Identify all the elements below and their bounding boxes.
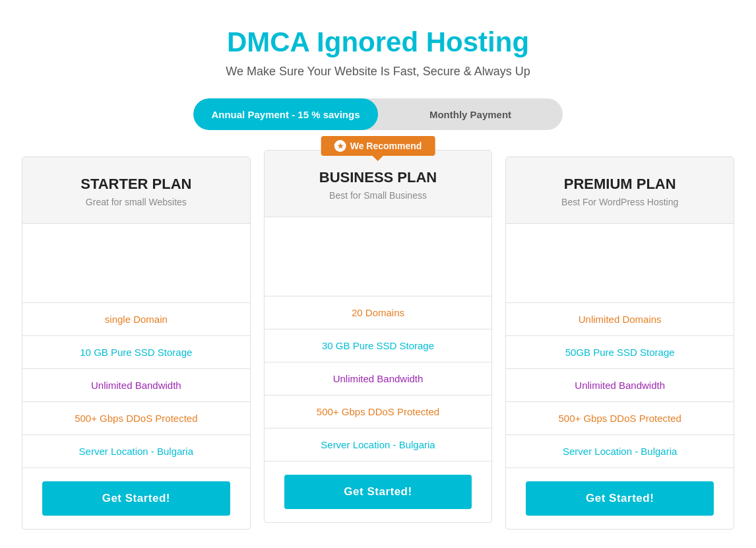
page-subtitle: We Make Sure Your Website Is Fast, Secur…: [226, 65, 530, 79]
premium-plan-tagline: Best For WordPress Hosting: [519, 197, 720, 207]
starter-plan-card: STARTER PLAN Great for small Websites si…: [22, 156, 251, 530]
starter-domain: single Domain: [22, 303, 250, 336]
monthly-payment-button[interactable]: Monthly Payment: [378, 98, 563, 130]
starter-plan-header: STARTER PLAN Great for small Websites: [22, 157, 250, 224]
premium-plan-card: PREMIUM PLAN Best For WordPress Hosting …: [505, 156, 734, 530]
premium-bandwidth: Unlimited Bandwidth: [506, 369, 734, 402]
starter-features: single Domain 10 GB Pure SSD Storage Unl…: [22, 303, 250, 468]
starter-plan-tagline: Great for small Websites: [36, 197, 237, 207]
premium-cta-button[interactable]: Get Started!: [526, 481, 714, 516]
business-location: Server Location - Bulgaria: [265, 428, 492, 462]
premium-storage: 50GB Pure SSD Storage: [506, 336, 734, 369]
premium-location: Server Location - Bulgaria: [506, 435, 734, 468]
recommend-badge-label: We Recommend: [350, 141, 422, 151]
starter-bandwidth: Unlimited Bandwidth: [22, 369, 250, 402]
business-plan-card: ★ We Recommend BUSINESS PLAN Best for Sm…: [264, 150, 493, 523]
business-features: 20 Domains 30 GB Pure SSD Storage Unlimi…: [265, 296, 492, 462]
business-ddos: 500+ Gbps DDoS Protected: [265, 395, 492, 428]
plans-container: STARTER PLAN Great for small Websites si…: [15, 156, 741, 530]
premium-plan-name: PREMIUM PLAN: [519, 176, 720, 193]
premium-price-area: [506, 224, 734, 303]
starter-storage: 10 GB Pure SSD Storage: [22, 336, 250, 369]
premium-footer: Get Started!: [506, 468, 734, 529]
starter-location: Server Location - Bulgaria: [22, 435, 250, 468]
page-title: DMCA Ignored Hosting: [227, 26, 529, 58]
payment-toggle: Annual Payment - 15 % savings Monthly Pa…: [193, 98, 563, 130]
starter-ddos: 500+ Gbps DDoS Protected: [22, 402, 250, 435]
star-icon: ★: [334, 140, 346, 152]
premium-domain: Unlimited Domains: [506, 303, 734, 336]
business-plan-tagline: Best for Small Business: [278, 190, 479, 201]
business-price-area: [265, 217, 492, 296]
business-storage: 30 GB Pure SSD Storage: [265, 329, 492, 362]
premium-plan-header: PREMIUM PLAN Best For WordPress Hosting: [506, 157, 734, 224]
starter-footer: Get Started!: [22, 468, 250, 529]
starter-price-area: [22, 224, 250, 303]
business-bandwidth: Unlimited Bandwidth: [265, 362, 492, 395]
starter-cta-button[interactable]: Get Started!: [42, 481, 230, 516]
business-cta-button[interactable]: Get Started!: [284, 475, 472, 509]
starter-plan-name: STARTER PLAN: [36, 176, 237, 193]
premium-features: Unlimited Domains 50GB Pure SSD Storage …: [506, 303, 734, 468]
annual-payment-button[interactable]: Annual Payment - 15 % savings: [193, 98, 378, 130]
business-plan-name: BUSINESS PLAN: [278, 169, 479, 186]
premium-ddos: 500+ Gbps DDoS Protected: [506, 402, 734, 435]
recommend-badge: ★ We Recommend: [321, 136, 435, 156]
business-footer: Get Started!: [265, 462, 492, 522]
business-domain: 20 Domains: [265, 296, 492, 329]
